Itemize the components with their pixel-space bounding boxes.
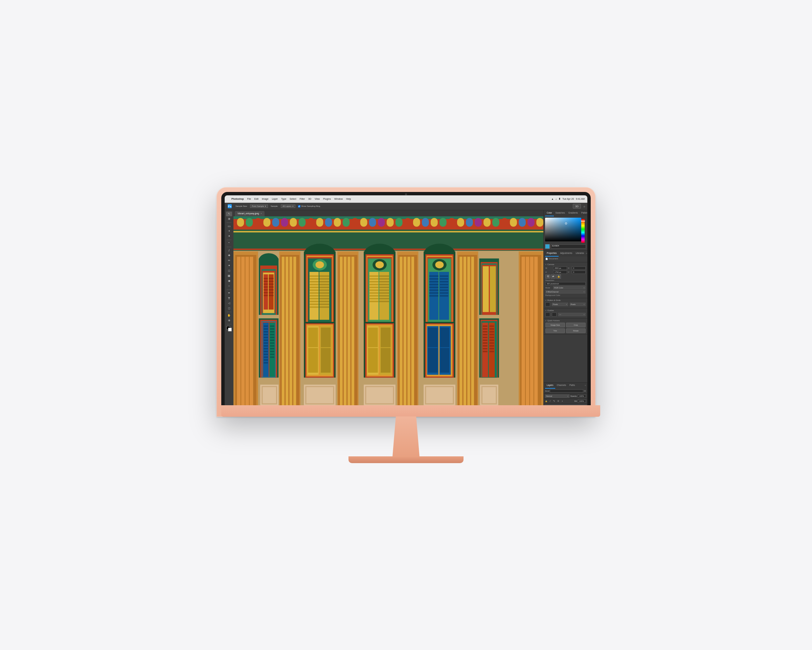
guide-style-swatch[interactable] xyxy=(552,312,557,317)
x-label: X xyxy=(568,267,571,269)
time: 9:41 AM xyxy=(576,198,585,200)
tab-paths[interactable]: Paths xyxy=(568,382,577,388)
fill-value[interactable]: 100% xyxy=(578,399,586,403)
canvas-image-container[interactable] xyxy=(234,216,543,405)
tool-path-select[interactable]: ◁ xyxy=(226,301,232,306)
tool-dodge[interactable]: ○ xyxy=(226,284,232,288)
blend-mode-dropdown[interactable]: Normal▾ xyxy=(545,395,569,398)
tool-blur[interactable]: ◉ xyxy=(226,278,232,283)
menu-help[interactable]: Help xyxy=(346,198,351,200)
lock-artboard-icon[interactable]: ▪ xyxy=(561,399,564,403)
sample-dropdown[interactable]: All Layers▼ xyxy=(281,205,295,208)
units-dropdown[interactable]: Pixels▾ xyxy=(570,303,586,306)
app-menu-photoshop[interactable]: Photoshop xyxy=(231,198,244,200)
canvas-tab-vibrant[interactable]: Vibrant_entryway.jpeg × xyxy=(235,211,264,216)
menu-plugins[interactable]: Plugins xyxy=(323,198,331,200)
menu-filter[interactable]: Filter xyxy=(300,198,305,200)
rulers-dropdown[interactable]: Pixels▾ xyxy=(552,303,568,306)
resolution-value[interactable]: 300 pixels/inch xyxy=(545,282,586,285)
color-cursor[interactable] xyxy=(565,222,567,225)
rotate-button[interactable]: Rotate xyxy=(566,328,586,333)
opacity-value[interactable]: 100% xyxy=(578,395,586,398)
tab-gradients[interactable]: Gradients xyxy=(567,210,580,216)
tool-hand[interactable]: ✋ xyxy=(226,313,232,318)
swap-button[interactable]: ⇄ xyxy=(551,275,556,278)
tab-adjustments[interactable]: Adjustments xyxy=(559,251,574,257)
mode-dropdown[interactable]: RGB Color▾ xyxy=(553,286,586,289)
tab-channels[interactable]: Channels xyxy=(555,382,568,388)
tab-layers[interactable]: Layers xyxy=(545,382,555,388)
hex-input[interactable]: 31A5D4 xyxy=(551,245,586,248)
bit-depth-dropdown[interactable]: 8 Bits/Channel▾ xyxy=(545,290,586,294)
lock-transparent-icon[interactable]: / xyxy=(548,399,552,403)
tool-brush[interactable]: ✏ xyxy=(226,258,232,263)
trim-button[interactable]: Trim xyxy=(545,328,565,333)
layers-panel-close[interactable]: ≡ xyxy=(585,384,586,387)
x-value[interactable]: 0 xyxy=(572,266,586,270)
lock-button[interactable]: 🔒 xyxy=(556,275,561,278)
menu-bar-left: Photoshop File Edit Image Layer Type Sel… xyxy=(227,198,548,200)
search-button[interactable]: ⌕ xyxy=(584,205,585,208)
tool-marquee[interactable]: ▭ xyxy=(226,224,232,228)
tool-gradient[interactable]: ▦ xyxy=(226,274,232,278)
width-label: W xyxy=(545,267,552,269)
tool-zoom[interactable]: ⊕ xyxy=(226,318,232,323)
menu-select[interactable]: Select xyxy=(290,198,296,200)
show-sampling-ring-checkbox[interactable]: Show Sampling Ring xyxy=(298,205,320,208)
menu-window[interactable]: Window xyxy=(334,198,343,200)
menu-edit[interactable]: Edit xyxy=(255,198,258,200)
guide-color-swatch[interactable] xyxy=(545,312,550,317)
tool-eyedropper[interactable]: / xyxy=(226,248,232,253)
tab-libraries[interactable]: Libraries xyxy=(574,251,586,257)
hue-strip[interactable] xyxy=(581,219,585,243)
quick-actions-section: ▾ Quick Actions Image Size Crop Trim Rot… xyxy=(544,318,588,335)
tool-clone[interactable]: ✦ xyxy=(226,263,232,268)
menu-layer[interactable]: Layer xyxy=(272,198,278,200)
tool-shape[interactable]: ◻ xyxy=(226,306,232,311)
guides-section: ▾ Guides —▾ xyxy=(544,308,588,318)
color-box[interactable] xyxy=(226,326,232,332)
crop-button[interactable]: Crop xyxy=(566,323,586,327)
menu-image[interactable]: Image xyxy=(262,198,268,200)
tool-crop[interactable]: ⌃ xyxy=(226,241,232,246)
guides-dropdown[interactable]: —▾ xyxy=(558,313,586,316)
canvas-tab-close[interactable]: × xyxy=(261,212,262,215)
tool-healing[interactable]: ✚ xyxy=(226,253,232,258)
tab-color[interactable]: Color xyxy=(545,210,554,216)
properties-panel-close[interactable]: ≡ xyxy=(586,252,587,255)
tool-move[interactable]: ↖ xyxy=(226,212,232,216)
tool-eraser[interactable]: ◻ xyxy=(226,268,232,273)
imac-chin xyxy=(221,405,600,417)
y-value[interactable]: 0 xyxy=(572,271,586,274)
image-size-button[interactable]: Image Size xyxy=(545,323,565,327)
search-icon[interactable]: ⌕ xyxy=(556,198,557,200)
filter-icon[interactable]: ⊙ xyxy=(584,390,586,392)
tab-properties[interactable]: Properties xyxy=(545,251,559,257)
fill-label: Fill: xyxy=(574,400,577,402)
lock-position-icon[interactable]: ✛ xyxy=(557,399,560,403)
color-swatch-display[interactable] xyxy=(545,244,550,249)
color-spectrum[interactable] xyxy=(545,218,581,242)
tool-pen[interactable]: ✒ xyxy=(226,291,232,295)
layers-search-input[interactable] xyxy=(550,389,583,393)
tab-patterns[interactable]: Patterns xyxy=(580,210,588,216)
menu-file[interactable]: File xyxy=(247,198,251,200)
layer-background[interactable]: 👁 Background 🔒 xyxy=(544,405,587,405)
3d-icon[interactable]: 3D xyxy=(573,204,581,208)
width-value[interactable]: 2800 px xyxy=(553,266,567,270)
lock-pixels-icon[interactable]: ✎ xyxy=(553,399,556,403)
tool-text[interactable]: T xyxy=(226,296,232,301)
background-color[interactable] xyxy=(228,328,232,332)
tool-magic-wand[interactable]: ✦ xyxy=(226,234,232,239)
menu-3d[interactable]: 3D xyxy=(308,198,311,200)
height-value[interactable]: 1756 px xyxy=(553,271,567,274)
menu-view[interactable]: View xyxy=(314,198,320,200)
imac-stand-base xyxy=(348,456,464,463)
sample-size-dropdown[interactable]: Point Sample▼ xyxy=(250,205,268,208)
tool-artboard[interactable]: ⊞ xyxy=(226,217,232,222)
canvas-artwork xyxy=(234,216,543,405)
tab-swatches[interactable]: Swatches xyxy=(554,210,567,216)
tool-lasso[interactable]: ⌖ xyxy=(226,229,232,234)
link-dimensions-button[interactable]: ⛓ xyxy=(545,275,550,278)
menu-type[interactable]: Type xyxy=(281,198,286,200)
